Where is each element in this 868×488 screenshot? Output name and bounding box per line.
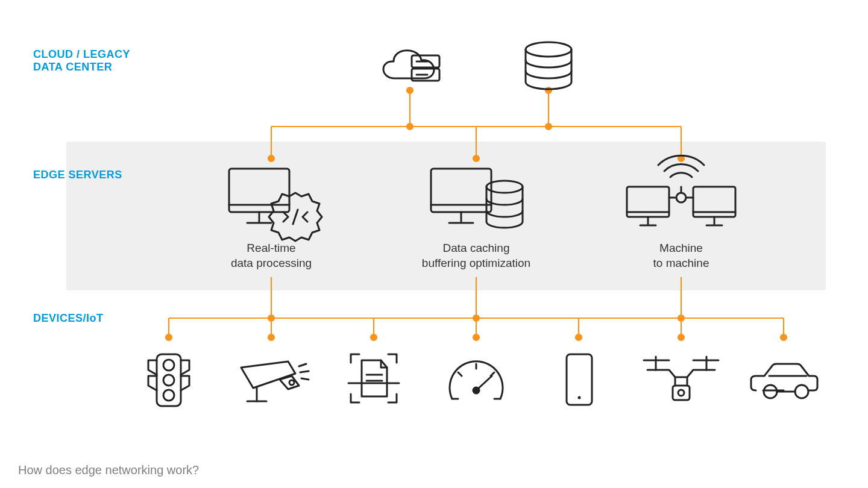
svg-point-67 [795, 385, 808, 398]
m2m-icon [627, 155, 735, 225]
svg-line-53 [458, 372, 462, 376]
code-monitor-icon [229, 169, 322, 241]
svg-point-46 [163, 375, 174, 386]
svg-point-66 [764, 385, 777, 398]
svg-point-48 [289, 380, 294, 385]
svg-point-22 [526, 42, 571, 57]
svg-rect-44 [157, 354, 181, 406]
svg-point-47 [163, 390, 174, 401]
car-icon [751, 364, 817, 398]
svg-point-57 [578, 396, 581, 399]
cloud-server-icon [383, 51, 439, 81]
diagram-svg [0, 0, 868, 488]
traffic-light-icon [148, 354, 189, 406]
svg-point-55 [473, 387, 479, 393]
svg-rect-64 [673, 386, 690, 400]
monitor-db-icon [431, 169, 523, 228]
cctv-camera-icon [241, 361, 309, 401]
phone-icon [567, 354, 592, 405]
database-icon [526, 42, 571, 89]
diagram-root: CLOUD / LEGACYDATA CENTER EDGE SERVERS D… [0, 0, 868, 488]
document-scan-icon [348, 354, 399, 402]
gauge-icon [450, 361, 503, 399]
svg-point-40 [676, 193, 686, 202]
svg-point-65 [678, 390, 684, 396]
drone-icon [644, 357, 719, 400]
svg-point-45 [163, 360, 174, 371]
